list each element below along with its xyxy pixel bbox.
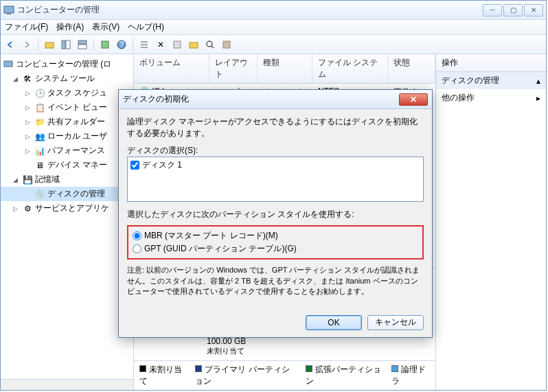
svg-rect-13 [174,41,181,48]
col-status[interactable]: 状態 [388,54,435,83]
clock-icon: 🕒 [35,89,45,98]
tree-scrollbar[interactable] [1,379,133,390]
legend-unalloc-swatch [139,365,146,372]
back-button[interactable] [3,38,17,51]
svg-rect-17 [223,41,230,48]
collapse-icon[interactable]: ◢ [13,176,20,183]
services-icon: ⚙ [23,204,32,214]
gpt-radio[interactable] [133,244,141,253]
svg-rect-2 [45,43,54,48]
expand-icon[interactable]: ▷ [25,90,32,97]
legend: 未割り当て プライマリ パーティション 拡張パーティション 論理ドラ [134,360,435,390]
window-title: コンピューターの管理 [17,4,483,16]
tree-perf[interactable]: ▷📊パフォーマンス [1,143,133,158]
svg-text:?: ? [119,40,124,49]
menu-action[interactable]: 操作(A) [56,21,84,33]
menu-view[interactable]: 表示(V) [92,21,119,33]
svg-rect-1 [7,13,11,14]
disk-select-list[interactable]: ディスク 1 [127,157,424,202]
forward-button[interactable] [20,38,34,51]
tree-event[interactable]: ▷📋イベント ビュー [1,100,133,115]
close-button[interactable]: ✕ [524,4,543,16]
legend-primary-swatch [195,365,202,372]
tree-storage[interactable]: ◢💾記憶域 [1,172,133,187]
tree-diskmgmt[interactable]: 💿ディスクの管理 [1,187,133,201]
tree-shared[interactable]: ▷📁共有フォルダー [1,115,133,129]
collapse-icon: ▴ [536,76,540,86]
expand-icon[interactable]: ▷ [25,148,32,154]
mbr-radio-item[interactable]: MBR (マスター ブート レコード)(M) [133,229,418,242]
view2-icon[interactable] [76,38,89,51]
svg-rect-6 [78,45,87,49]
mbr-radio[interactable] [133,231,141,240]
view1-icon[interactable] [59,38,73,51]
open-icon[interactable] [187,38,201,51]
col-fs[interactable]: ファイル システム [312,54,388,83]
help-icon[interactable]: ? [115,38,128,51]
tree-systools[interactable]: ◢🛠システム ツール [1,71,133,86]
disk-icon: 💿 [35,189,45,199]
dialog-message: 論理ディスク マネージャーがアクセスできるようにするにはディスクを初期化する必要… [127,116,424,139]
col-layout[interactable]: レイアウト [209,54,258,83]
expand-icon: ▸ [536,93,540,103]
actions-diskmgmt[interactable]: ディスクの管理▴ [436,72,546,89]
tree-root[interactable]: コンピューターの管理 (ロ [1,57,133,71]
svg-rect-3 [62,41,65,49]
legend-extended-swatch [306,365,312,372]
minimize-button[interactable]: ─ [483,4,502,16]
tree-task[interactable]: ▷🕒タスク スケジュ [1,86,133,100]
action-icon[interactable] [220,38,233,51]
properties-icon[interactable] [170,38,184,51]
list-icon[interactable] [137,38,151,51]
device-icon: 🖥 [35,161,45,170]
disk-checkbox-item[interactable]: ディスク 1 [129,159,422,172]
dialog-note: 注意: 以前のバージョンの Windows では、GPT パーティション スタイ… [127,265,424,297]
svg-line-16 [212,46,214,48]
tools-icon: 🛠 [23,74,32,84]
svg-point-15 [207,41,212,47]
menubar: ファイル(F) 操作(A) 表示(V) ヘルプ(H) [1,20,546,35]
dialog-close-button[interactable]: ✕ [399,93,428,106]
volume-header: ボリューム レイアウト 種類 ファイル システム 状態 [134,54,435,84]
col-volume[interactable]: ボリューム [134,54,209,83]
folder-icon[interactable] [43,38,56,51]
tree-device[interactable]: 🖥デバイス マネー [1,158,133,172]
partition-style-group: MBR (マスター ブート レコード)(M) GPT (GUID パーティション… [127,225,424,260]
folder-icon: 📁 [35,117,45,127]
expand-icon[interactable]: ▷ [25,133,32,140]
partition-style-label: 選択したディスクに次のパーティション スタイルを使用する: [127,209,424,220]
actions-more[interactable]: 他の操作▸ [436,89,546,106]
cancel-button[interactable]: キャンセル [367,315,424,330]
refresh-icon[interactable] [98,38,112,51]
actions-header: 操作 [436,54,546,72]
perf-icon: 📊 [35,146,45,156]
collapse-icon[interactable]: ◢ [13,76,20,82]
expand-icon[interactable]: ▷ [25,104,32,111]
app-icon [3,5,14,16]
dialog-title: ディスクの初期化 [123,93,189,105]
computer-icon [3,60,13,69]
svg-rect-0 [4,6,14,13]
svg-rect-18 [4,61,12,67]
ok-button[interactable]: OK [306,315,362,330]
storage-icon: 💾 [23,175,32,185]
menu-file[interactable]: ファイル(F) [5,21,48,33]
init-disk-dialog: ディスクの初期化 ✕ 論理ディスク マネージャーがアクセスできるようにするにはデ… [118,89,433,338]
gpt-radio-item[interactable]: GPT (GUID パーティション テーブル)(G) [133,242,418,255]
col-type[interactable]: 種類 [258,54,312,83]
expand-icon[interactable]: ▷ [25,119,32,126]
dialog-titlebar: ディスクの初期化 ✕ [119,90,432,109]
disk-select-label: ディスクの選択(S): [127,145,424,157]
event-icon: 📋 [35,103,45,113]
maximize-button[interactable]: ▢ [503,4,523,16]
search-icon[interactable] [203,38,217,51]
titlebar: コンピューターの管理 ─ ▢ ✕ [1,1,546,20]
expand-icon[interactable]: ▷ [13,205,20,212]
disk1-checkbox[interactable] [130,161,139,170]
delete-icon[interactable]: ✕ [154,38,168,51]
svg-rect-4 [66,41,70,49]
tree-services[interactable]: ▷⚙サービスとアプリケ [1,201,133,216]
menu-help[interactable]: ヘルプ(H) [128,21,164,33]
legend-logical-swatch [391,365,398,372]
tree-users[interactable]: ▷👥ローカル ユーザ [1,129,133,143]
